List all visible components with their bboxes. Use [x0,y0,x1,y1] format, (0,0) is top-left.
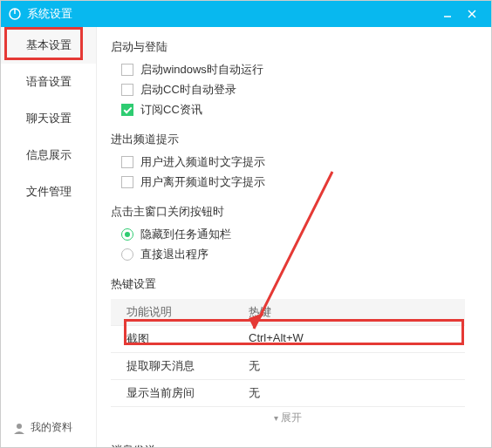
hotkey-row-screenshot[interactable]: 截图 Ctrl+Alt+W [111,326,465,353]
user-icon [13,422,25,434]
hotkey-row-extractmsg[interactable]: 提取聊天消息 无 [111,353,465,380]
opt-exit-direct[interactable]: 直接退出程序 [121,247,491,262]
sidebar-item-basic[interactable]: 基本设置 [1,27,96,64]
section-hotkey-title: 热键设置 [111,276,491,292]
app-icon [8,7,22,21]
window-title: 系统设置 [27,6,435,22]
section-channel-title: 进出频道提示 [111,132,491,147]
hotkey-table: 功能说明 热键 截图 Ctrl+Alt+W 提取聊天消息 无 显示当前房间 无 … [111,299,465,429]
checkbox-user-enter[interactable] [121,156,133,168]
opt-autorun-windows[interactable]: 启动windows时自动运行 [121,62,491,78]
sidebar-item-chat[interactable]: 聊天设置 [1,100,96,137]
minimize-button[interactable] [435,1,460,27]
sidebar-item-info[interactable]: 信息展示 [1,137,96,173]
main-panel: 启动与登陆 启动windows时自动运行 启动CC时自动登录 订阅CC资讯 进出… [97,27,491,447]
section-closebtn-title: 点击主窗口关闭按钮时 [111,204,491,220]
svg-point-4 [17,424,22,429]
opt-autologin-cc[interactable]: 启动CC时自动登录 [121,82,491,98]
hotkey-row-showroom[interactable]: 显示当前房间 无 [111,380,465,407]
sidebar-profile[interactable]: 我的资料 [1,411,96,447]
sidebar-profile-label: 我的资料 [31,420,72,435]
section-msgsend-title: 消息发送 [111,443,491,447]
opt-subscribe-news[interactable]: 订阅CC资讯 [121,102,491,118]
hotkey-expand[interactable]: 展开 [111,407,465,429]
close-button[interactable] [460,1,484,27]
radio-hide-tray[interactable] [121,228,133,241]
sidebar: 基本设置 语音设置 聊天设置 信息展示 文件管理 我的资料 [1,27,97,447]
checkbox-autorun-windows[interactable] [121,64,133,76]
hotkey-header-func: 功能说明 [126,304,249,320]
radio-exit-direct[interactable] [121,248,133,261]
hotkey-header: 功能说明 热键 [111,299,465,326]
sidebar-item-file[interactable]: 文件管理 [1,173,96,210]
titlebar: 系统设置 [1,1,491,27]
hotkey-header-key: 热键 [249,304,465,320]
sidebar-item-voice[interactable]: 语音设置 [1,64,96,100]
checkbox-user-leave[interactable] [121,176,133,188]
opt-user-leave[interactable]: 用户离开频道时文字提示 [121,174,491,190]
checkbox-subscribe-news[interactable] [121,104,133,116]
checkbox-autologin-cc[interactable] [121,84,133,96]
section-startup-title: 启动与登陆 [111,39,491,55]
opt-user-enter[interactable]: 用户进入频道时文字提示 [121,154,491,170]
opt-hide-tray[interactable]: 隐藏到任务通知栏 [121,227,491,242]
